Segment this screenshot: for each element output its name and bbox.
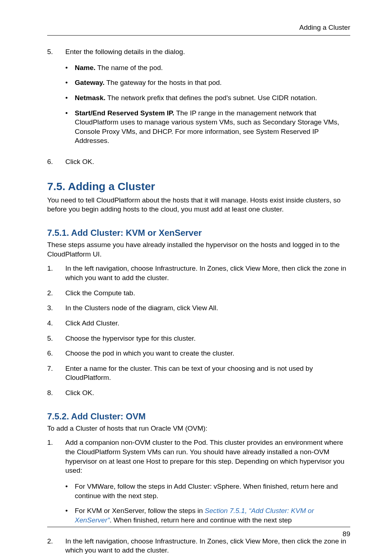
bullet-icon: •: [65, 506, 75, 525]
step-1: 1. Add a companion non-OVM cluster to th…: [47, 438, 350, 530]
field-reserved-ip: • Start/End Reserved System IP. The IP r…: [65, 108, 350, 146]
ovm-hypervisor-options: • For VMWare, follow the steps in Add Cl…: [65, 482, 350, 525]
step-8: 8. Click OK.: [47, 388, 350, 398]
step-text: Choose the pod in which you want to crea…: [65, 349, 350, 358]
step-number: 2.: [47, 537, 65, 554]
step-text: Click Add Cluster.: [65, 319, 350, 328]
page-container: Adding a Cluster 5. Enter the following …: [0, 0, 392, 554]
bullet-icon: •: [65, 78, 75, 87]
running-header: Adding a Cluster: [47, 24, 350, 36]
step-text: Choose the hypervisor type for this clus…: [65, 334, 350, 343]
step-6: 6. Choose the pod in which you want to c…: [47, 349, 350, 358]
step-number: 1.: [47, 264, 65, 282]
field-label: Name.: [75, 64, 95, 71]
section-7-5-1-title: 7.5.1. Add Cluster: KVM or XenServer: [47, 228, 350, 238]
section-7-5-title: 7.5. Adding a Cluster: [47, 180, 350, 193]
option-text: For VMWare, follow the steps in Add Clus…: [75, 482, 350, 500]
section-7-5-2-title: 7.5.2. Add Cluster: OVM: [47, 411, 350, 422]
step-body: Enter the following details in the dialo…: [65, 47, 350, 151]
field-label: Start/End Reserved System IP.: [75, 109, 174, 117]
step-7: 7. Enter a name for the cluster. This ca…: [47, 364, 350, 382]
field-desc: The network prefix that defines the pod'…: [106, 94, 317, 102]
section-7-5-intro: You need to tell CloudPlatform about the…: [47, 196, 350, 214]
step-number: 5.: [47, 334, 65, 343]
option-kvm-xen: • For KVM or XenServer, follow the steps…: [65, 506, 350, 525]
step-6: 6. Click OK.: [47, 157, 350, 167]
page-footer: 89: [47, 527, 350, 538]
field-label: Netmask.: [75, 94, 106, 102]
step-2: 2. Click the Compute tab.: [47, 288, 350, 298]
step-text: Add a companion non-OVM cluster to the P…: [65, 439, 344, 474]
bullet-icon: •: [65, 63, 75, 73]
step-5: 5. Enter the following details in the di…: [47, 47, 350, 151]
step-4: 4. Click Add Cluster.: [47, 319, 350, 328]
bullet-icon: •: [65, 108, 75, 146]
field-label: Gateway.: [75, 79, 105, 86]
step-body: Add a companion non-OVM cluster to the P…: [65, 438, 350, 530]
step-number: 6.: [47, 349, 65, 358]
page-number: 89: [343, 530, 350, 538]
step-1: 1. In the left navigation, choose Infras…: [47, 264, 350, 282]
bullet-icon: •: [65, 93, 75, 103]
option-vmware: • For VMWare, follow the steps in Add Cl…: [65, 482, 350, 500]
step-2: 2. In the left navigation, choose Infras…: [47, 537, 350, 554]
step-number: 8.: [47, 388, 65, 398]
step-number: 7.: [47, 364, 65, 382]
field-text: Name. The name of the pod.: [75, 63, 350, 73]
step-text: Click OK.: [65, 158, 94, 165]
step-text: Enter the following details in the dialo…: [65, 48, 185, 56]
step-text: Click the Compute tab.: [65, 288, 350, 298]
step-3: 3. In the Clusters node of the diagram, …: [47, 303, 350, 313]
option-text: For KVM or XenServer, follow the steps i…: [75, 506, 350, 525]
step-number: 1.: [47, 438, 65, 530]
step-number: 4.: [47, 319, 65, 328]
field-desc: The gateway for the hosts in that pod.: [105, 79, 222, 86]
field-desc: The name of the pod.: [95, 64, 163, 71]
field-text: Start/End Reserved System IP. The IP ran…: [75, 108, 350, 146]
kvm-xen-steps: 1. In the left navigation, choose Infras…: [47, 264, 350, 397]
step-number: 6.: [47, 157, 65, 167]
pod-dialog-fields: • Name. The name of the pod. • Gateway. …: [65, 63, 350, 145]
step-number: 2.: [47, 288, 65, 298]
step-text: In the left navigation, choose Infrastru…: [65, 264, 350, 282]
pod-dialog-steps: 5. Enter the following details in the di…: [47, 47, 350, 167]
option-text-post: . When finished, return here and continu…: [110, 516, 292, 524]
step-5: 5. Choose the hypervisor type for this c…: [47, 334, 350, 343]
step-text: In the Clusters node of the diagram, cli…: [65, 303, 350, 313]
step-number: 5.: [47, 47, 65, 151]
step-text: Click OK.: [65, 388, 350, 398]
field-name: • Name. The name of the pod.: [65, 63, 350, 73]
section-7-5-2-intro: To add a Cluster of hosts that run Oracl…: [47, 424, 350, 433]
step-text: In the left navigation, choose Infrastru…: [65, 537, 350, 554]
field-text: Gateway. The gateway for the hosts in th…: [75, 78, 350, 87]
step-text: Enter a name for the cluster. This can b…: [65, 364, 350, 382]
field-gateway: • Gateway. The gateway for the hosts in …: [65, 78, 350, 87]
step-body: Click OK.: [65, 157, 350, 167]
field-netmask: • Netmask. The network prefix that defin…: [65, 93, 350, 103]
step-number: 3.: [47, 303, 65, 313]
section-7-5-1-intro: These steps assume you have already inst…: [47, 240, 350, 259]
option-text-pre: For KVM or XenServer, follow the steps i…: [75, 507, 205, 514]
bullet-icon: •: [65, 482, 75, 500]
field-text: Netmask. The network prefix that defines…: [75, 93, 350, 103]
